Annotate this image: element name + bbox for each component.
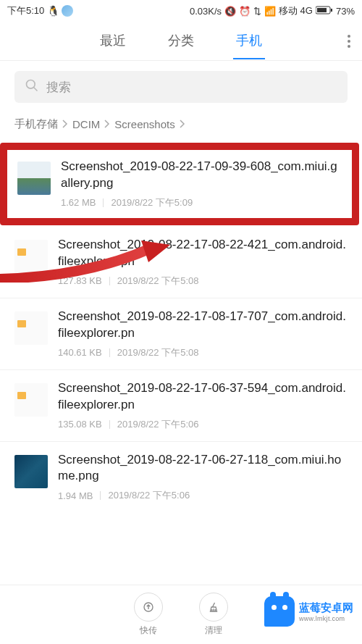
file-size: 140.61 KB	[58, 347, 102, 358]
list-item[interactable]: Screenshot_2019-08-22-17-08-17-707_com.a…	[0, 298, 362, 369]
file-date: 2019/8/22 下午5:09	[111, 196, 193, 209]
watermark-title: 蓝莓安卓网	[299, 601, 353, 615]
file-meta: 135.08 KB 2019/8/22 下午5:06	[58, 418, 348, 431]
file-date: 2019/8/22 下午5:08	[117, 346, 199, 359]
chevron-right-icon	[104, 118, 110, 130]
meta-sep	[100, 491, 101, 500]
file-thumbnail	[17, 162, 51, 195]
battery-percent: 73%	[336, 6, 355, 17]
file-meta: 140.61 KB 2019/8/22 下午5:08	[58, 346, 348, 359]
net-speed: 0.03K/s	[190, 6, 222, 17]
list-item[interactable]: Screenshot_2019-08-22-17-06-37-594_com.a…	[0, 369, 362, 441]
meta-sep	[109, 277, 110, 285]
file-thumbnail	[14, 240, 48, 273]
file-name: Screenshot_2019-08-22-17-06-37-594_com.a…	[58, 380, 348, 414]
list-item[interactable]: Screenshot_2019-08-22-17-09-39-608_com.m…	[7, 150, 352, 218]
file-size: 135.08 KB	[58, 419, 102, 430]
watermark: 蓝莓安卓网 www.lmkjt.com	[264, 596, 353, 627]
annotation-highlight: Screenshot_2019-08-22-17-09-39-608_com.m…	[0, 143, 359, 225]
file-date: 2019/8/22 下午5:06	[108, 489, 190, 502]
meta-sep	[103, 198, 104, 207]
search-area: 搜索	[0, 61, 362, 110]
watermark-logo	[264, 596, 295, 627]
arrows-icon: ⇅	[253, 6, 261, 17]
signal-icon: 📶	[264, 6, 276, 17]
breadcrumb: 手机存储 DCIM Screenshots	[0, 110, 362, 141]
list-item[interactable]: Screenshot_2019-08-22-17-08-22-421_com.a…	[0, 227, 362, 298]
meta-sep	[109, 348, 110, 357]
battery-icon	[316, 6, 333, 17]
file-size: 1.94 MB	[58, 490, 93, 501]
more-icon	[348, 35, 350, 48]
more-button[interactable]	[348, 35, 350, 48]
svg-rect-1	[331, 9, 332, 12]
file-meta: 1.94 MB 2019/8/22 下午5:06	[58, 489, 348, 502]
transfer-icon	[134, 593, 163, 622]
transfer-label: 快传	[140, 624, 157, 637]
list-item[interactable]: Screenshot_2019-08-22-17-06-27-118_com.m…	[0, 441, 362, 513]
clean-button[interactable]: 清理	[199, 593, 228, 637]
file-meta: 1.62 MB 2019/8/22 下午5:09	[61, 196, 342, 209]
clean-label: 清理	[205, 624, 222, 637]
status-bar: 下午5:10 🐧 0.03K/s 🔇 ⏰ ⇅ 📶 移动 4G 73%	[0, 0, 362, 22]
header-tabs: 最近 分类 手机	[0, 22, 362, 61]
status-right: 0.03K/s 🔇 ⏰ ⇅ 📶 移动 4G 73%	[190, 4, 355, 17]
svg-line-4	[34, 88, 38, 91]
status-left: 下午5:10 🐧	[7, 4, 73, 17]
qq-icon: 🐧	[47, 5, 59, 17]
file-name: Screenshot_2019-08-22-17-06-27-118_com.m…	[58, 452, 348, 485]
crumb-screenshots[interactable]: Screenshots	[114, 118, 174, 130]
file-date: 2019/8/22 下午5:08	[117, 275, 199, 288]
file-meta: 127.83 KB 2019/8/22 下午5:08	[58, 275, 348, 288]
tab-recent[interactable]: 最近	[97, 23, 129, 59]
search-input[interactable]: 搜索	[14, 71, 348, 103]
svg-point-3	[27, 80, 35, 89]
file-name: Screenshot_2019-08-22-17-08-22-421_com.a…	[58, 237, 348, 270]
crumb-root[interactable]: 手机存储	[14, 117, 58, 131]
transfer-button[interactable]: 快传	[134, 593, 163, 637]
search-placeholder: 搜索	[46, 79, 71, 96]
carrier: 移动 4G	[279, 4, 313, 17]
chevron-right-icon	[180, 118, 185, 130]
crumb-dcim[interactable]: DCIM	[72, 118, 100, 130]
file-thumbnail	[14, 383, 48, 417]
broom-icon	[199, 593, 228, 622]
chevron-right-icon	[62, 118, 68, 130]
file-size: 127.83 KB	[58, 275, 102, 286]
tab-phone[interactable]: 手机	[233, 23, 265, 59]
alarm-icon: ⏰	[239, 6, 251, 17]
status-time: 下午5:10	[7, 4, 44, 17]
svg-rect-2	[317, 8, 327, 12]
app-icon	[62, 5, 73, 17]
file-size: 1.62 MB	[61, 197, 96, 208]
search-icon	[25, 78, 39, 96]
file-thumbnail	[14, 455, 48, 488]
watermark-url: www.lmkjt.com	[299, 615, 353, 622]
mute-icon: 🔇	[224, 6, 236, 17]
file-thumbnail	[14, 311, 48, 345]
file-name: Screenshot_2019-08-22-17-08-17-707_com.a…	[58, 309, 348, 342]
file-list: Screenshot_2019-08-22-17-09-39-608_com.m…	[0, 143, 362, 512]
meta-sep	[109, 420, 110, 429]
file-name: Screenshot_2019-08-22-17-09-39-608_com.m…	[61, 159, 342, 192]
tab-category[interactable]: 分类	[165, 23, 197, 59]
file-date: 2019/8/22 下午5:06	[117, 418, 199, 431]
